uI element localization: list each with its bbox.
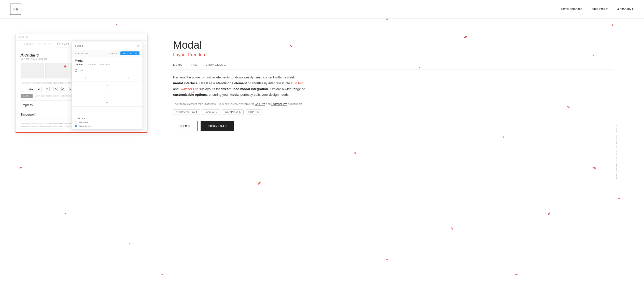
modal-add-plus-7[interactable]: + [106,109,108,113]
demo-icon-6: ◇ [61,87,66,91]
demo-label-button[interactable]: Label [21,94,33,98]
grid-item-2 [45,63,68,78]
svg-rect-3 [76,71,77,72]
radio-label-show: Show the link [79,125,91,127]
note-grid-pro-link[interactable]: Grid Pro [255,102,265,106]
modal-add-plus-1[interactable]: + [85,76,87,80]
demo-icon-5: ○ [53,87,58,91]
note-switcher-pro-link[interactable]: Switcher Pro [271,102,287,106]
grid-icon [75,69,77,72]
modal-save-button[interactable]: Save Layout [120,51,139,55]
modal-add-row-4: + [72,98,143,107]
back-arrow-icon: ← [75,52,77,54]
product-buttons: Demo Download [173,121,613,131]
modal-radio-group: Edit mode Show the link [75,121,139,127]
tab-science[interactable]: Science [57,43,70,48]
modal-action-buttons: Cancel Save Layout [110,51,139,55]
red-dot-indicator [64,65,66,67]
modal-close-label: Close [75,45,84,47]
modal-radio-edit-mode[interactable]: Edit mode [75,121,139,124]
demo-icon-3: ✓ [37,87,41,91]
desc-switcher-pro-link[interactable]: Switcher Pro [179,87,198,91]
main-content: History Culture Science Sports /headline… [0,19,644,304]
product-tags: YOOtheme Pro 4 Joomla! 5 WordPress 6 PHP… [173,109,613,115]
modal-title: Modal [72,57,143,62]
tag-yootheme: YOOtheme Pro 4 [173,109,200,115]
modal-add-row-1: + + + [72,74,143,81]
demo-icon-4: ≡ [45,87,50,91]
radio-circle-show [75,125,77,127]
demo-icon-2: ◎ [29,87,33,91]
product-subtitle: Layout Freedom [173,52,613,58]
demo-button[interactable]: Demo [173,121,198,131]
product-nav-faq[interactable]: FAQ [191,63,198,66]
product-info: Modal Layout Freedom Demo FAQ Changelog … [148,34,613,131]
demo-panel: History Culture Science Sports /headline… [15,34,148,133]
modal-cancel-button[interactable]: Cancel [110,52,119,54]
modal-builder-bar: ← Builder Cancel Save Layout [72,50,143,57]
modal-tab-advanced[interactable]: Advanced [100,63,110,67]
main-nav: Extensions Support Account [561,8,634,11]
accordion-title-2: Timberwolf [21,113,35,116]
radio-circle-edit [75,121,77,124]
modal-radio-show-link[interactable]: Show the link [75,125,139,127]
desc-modal-interface: modal interface [173,81,198,85]
download-button[interactable]: Download [201,121,234,131]
modal-body: Grid + + + + + + + [72,67,143,129]
svg-rect-1 [76,69,77,70]
tag-wordpress: WordPress 6 [222,109,244,115]
tag-php: PHP 8.3 [246,109,262,115]
radio-label-edit: Edit mode [79,121,88,124]
modal-add-row-3: + [72,90,143,98]
product-nav-changelog[interactable]: Changelog [205,63,226,66]
product-title: Modal [173,39,613,51]
modal-overlay: Close ✕ ← Builder Cancel Save Layout Mod… [72,42,143,130]
tab-culture[interactable]: Culture [38,43,52,48]
modal-back-label: Builder [78,52,89,54]
modal-display-title: Display [75,117,139,120]
logo-text: Fs [13,7,18,11]
product-nav-demo[interactable]: Demo [173,63,183,66]
desc-modal-word: modal [230,93,240,96]
accordion-title-1: Empress [21,103,33,107]
modal-add-plus-4[interactable]: + [106,84,108,88]
browser-dot-red [19,36,21,38]
desc-streamlined: streamlined modal integration [221,87,268,91]
demo-icon-1: □ [21,87,25,91]
svg-rect-2 [75,71,76,72]
modal-grid-section: Grid [72,67,143,74]
vertical-side-text: Modal Element for YOOtheme Pro [615,125,618,179]
nav-account[interactable]: Account [617,8,634,11]
modal-add-plus-3[interactable]: + [128,76,130,80]
browser-dot-yellow [22,36,24,38]
product-nav: Demo FAQ Changelog [173,63,613,70]
modal-tab-settings[interactable]: Settings [88,63,96,67]
modal-add-row-5: + [72,107,143,115]
demo-red-bar [16,132,147,133]
modal-content-tabs: Content Settings Advanced [72,62,143,67]
modal-close-button[interactable]: ✕ [137,44,139,48]
modal-add-row-2: + [72,81,143,90]
nav-support[interactable]: Support [592,8,608,11]
grid-item-1 [21,63,44,78]
desc-standalone: standalone element [216,81,247,85]
logo[interactable]: Fs [10,4,21,15]
desc-customizable: customizable options [173,93,207,96]
modal-back-button[interactable]: ← Builder [75,52,89,54]
browser-dot-green [26,36,28,38]
desc-grid-pro-link[interactable]: Grid Pro [291,81,303,85]
tab-history[interactable]: History [21,43,33,48]
svg-rect-0 [75,69,76,70]
modal-display-section: Display Edit mode Show the link [72,115,143,129]
modal-header: Close ✕ [72,42,143,50]
modal-add-plus-2[interactable]: + [106,76,108,80]
product-note: The Modal element for YOOtheme Pro is ex… [173,102,305,105]
modal-grid-label: Grid [79,70,83,72]
modal-add-plus-5[interactable]: + [106,92,108,96]
modal-add-plus-6[interactable]: + [106,100,108,104]
site-header: Fs Extensions Support Account [0,0,644,19]
nav-extensions[interactable]: Extensions [561,8,583,11]
product-description: Harness the power of builder elements to… [173,75,305,98]
tag-joomla: Joomla! 5 [202,109,220,115]
modal-tab-content[interactable]: Content [75,63,83,67]
